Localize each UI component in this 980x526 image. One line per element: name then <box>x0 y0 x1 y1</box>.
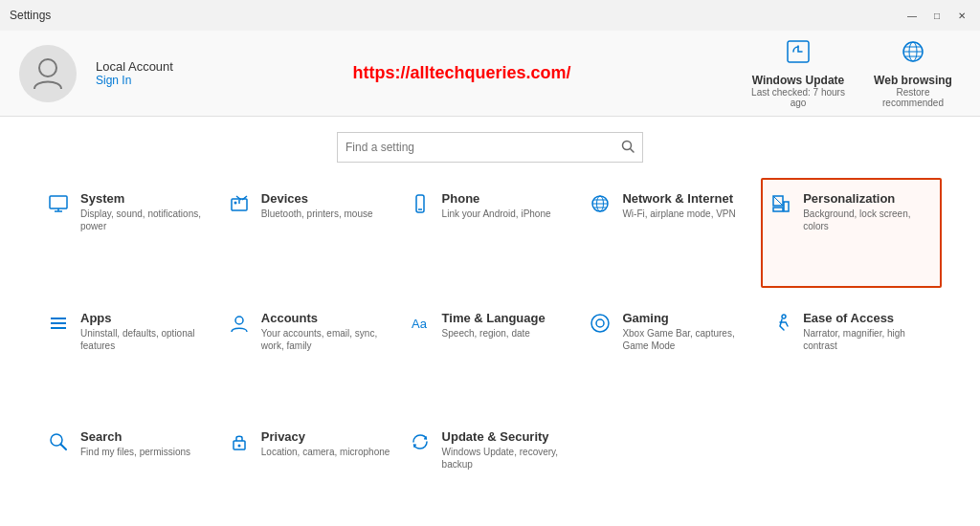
app-title: Settings <box>10 9 51 22</box>
setting-icon-1 <box>229 193 252 219</box>
update-title: Windows Update <box>752 74 845 87</box>
header-section: Local Account Sign In https://alltechque… <box>0 31 980 117</box>
web-title: Web browsing <box>874 74 952 87</box>
setting-item-search[interactable]: SearchFind my files, permissions <box>38 416 219 526</box>
svg-point-37 <box>237 445 240 448</box>
setting-title-6: Accounts <box>261 311 390 325</box>
setting-icon-11 <box>229 431 252 457</box>
setting-desc-11: Location, camera, microphone <box>261 446 390 458</box>
setting-desc-9: Narrator, magnifier, high contrast <box>803 327 932 352</box>
search-input[interactable] <box>345 141 621 154</box>
windows-update-tile[interactable]: Windows Update Last checked: 7 hours ago <box>750 39 846 108</box>
setting-title-4: Personalization <box>803 191 932 206</box>
avatar <box>19 45 77 102</box>
setting-icon-12 <box>410 431 433 457</box>
setting-title-8: Gaming <box>622 311 751 325</box>
watermark: https://alltechqueries.com/ <box>192 63 731 83</box>
setting-item-devices[interactable]: DevicesBluetooth, printers, mouse <box>219 178 400 288</box>
svg-point-31 <box>591 315 609 332</box>
svg-line-8 <box>631 148 635 152</box>
update-icon <box>786 39 811 70</box>
header-tiles: Windows Update Last checked: 7 hours ago… <box>750 39 961 108</box>
user-name: Local Account <box>96 59 173 74</box>
minimize-button[interactable]: — <box>903 7 921 24</box>
sign-in-link[interactable]: Sign In <box>96 74 173 87</box>
setting-title-7: Time & Language <box>442 311 546 325</box>
setting-title-2: Phone <box>442 191 551 206</box>
setting-desc-0: Display, sound, notifications, power <box>80 208 210 232</box>
setting-icon-9 <box>770 313 793 339</box>
setting-item-gaming[interactable]: GamingXbox Game Bar, captures, Game Mode <box>580 297 761 407</box>
maximize-button[interactable]: □ <box>928 7 946 24</box>
setting-item-update---security[interactable]: Update & SecurityWindows Update, recover… <box>400 416 581 526</box>
setting-desc-8: Xbox Game Bar, captures, Game Mode <box>622 327 751 352</box>
svg-line-35 <box>61 445 67 450</box>
setting-item-network---internet[interactable]: Network & InternetWi-Fi, airplane mode, … <box>580 178 761 288</box>
setting-desc-7: Speech, region, date <box>442 327 546 340</box>
web-browsing-tile[interactable]: Web browsing Restore recommended <box>865 39 961 108</box>
setting-item-privacy[interactable]: PrivacyLocation, camera, microphone <box>219 416 400 526</box>
setting-icon-5 <box>48 313 71 339</box>
svg-text:Aa: Aa <box>412 317 428 331</box>
setting-desc-1: Bluetooth, printers, mouse <box>261 208 373 220</box>
setting-item-time---language[interactable]: AaTime & LanguageSpeech, region, date <box>400 297 581 407</box>
setting-icon-8 <box>590 313 612 339</box>
setting-desc-12: Windows Update, recovery, backup <box>442 446 571 471</box>
setting-icon-6 <box>229 313 252 339</box>
setting-title-12: Update & Security <box>442 429 571 444</box>
setting-title-0: System <box>80 191 210 206</box>
svg-point-29 <box>235 317 243 324</box>
setting-desc-4: Background, lock screen, colors <box>803 208 932 232</box>
svg-point-32 <box>596 319 604 327</box>
setting-icon-2 <box>410 193 433 219</box>
svg-rect-25 <box>773 208 783 211</box>
svg-point-33 <box>782 315 786 318</box>
setting-icon-3 <box>590 193 612 219</box>
setting-title-1: Devices <box>261 191 373 206</box>
setting-desc-5: Uninstall, defaults, optional features <box>80 327 210 352</box>
setting-item-ease-of-access[interactable]: Ease of AccessNarrator, magnifier, high … <box>761 297 942 407</box>
user-info: Local Account Sign In <box>96 59 173 87</box>
close-button[interactable]: ✕ <box>953 7 970 24</box>
setting-title-10: Search <box>80 429 190 444</box>
title-bar: Settings — □ ✕ <box>0 0 980 31</box>
setting-title-9: Ease of Access <box>803 311 932 325</box>
window-controls: — □ ✕ <box>903 7 970 24</box>
main-content: Local Account Sign In https://alltechque… <box>0 31 980 526</box>
settings-grid: SystemDisplay, sound, notifications, pow… <box>0 178 980 526</box>
svg-point-0 <box>39 59 56 77</box>
svg-rect-9 <box>50 196 67 208</box>
setting-icon-10 <box>48 431 71 457</box>
setting-item-personalization[interactable]: PersonalizationBackground, lock screen, … <box>761 178 942 288</box>
setting-icon-7: Aa <box>410 313 433 339</box>
setting-item-system[interactable]: SystemDisplay, sound, notifications, pow… <box>38 178 219 288</box>
search-icon <box>621 140 635 156</box>
setting-icon-4 <box>770 193 793 219</box>
setting-title-3: Network & Internet <box>622 191 735 206</box>
search-area <box>0 117 980 178</box>
setting-item-phone[interactable]: PhoneLink your Android, iPhone <box>400 178 581 288</box>
setting-icon-0 <box>48 193 71 219</box>
setting-desc-3: Wi-Fi, airplane mode, VPN <box>622 208 735 220</box>
search-box[interactable] <box>337 132 643 163</box>
setting-item-accounts[interactable]: AccountsYour accounts, email, sync, work… <box>219 297 400 407</box>
setting-desc-6: Your accounts, email, sync, work, family <box>261 327 390 352</box>
web-icon <box>901 39 925 70</box>
setting-title-11: Privacy <box>261 429 390 444</box>
setting-desc-10: Find my files, permissions <box>80 446 190 458</box>
svg-point-13 <box>234 202 236 205</box>
setting-item-apps[interactable]: AppsUninstall, defaults, optional featur… <box>38 297 219 407</box>
web-subtitle: Restore recommended <box>865 87 961 108</box>
update-subtitle: Last checked: 7 hours ago <box>750 87 846 108</box>
setting-title-5: Apps <box>80 311 210 325</box>
setting-desc-2: Link your Android, iPhone <box>442 208 551 220</box>
